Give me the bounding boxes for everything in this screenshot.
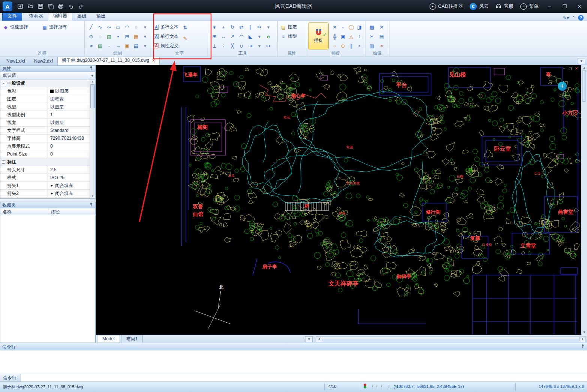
scroll-down-icon[interactable]: ▼ — [90, 195, 95, 198]
draw-order-icon[interactable] — [363, 383, 367, 389]
draw-point[interactable]: ▪ — [114, 32, 123, 41]
draw-dropdown[interactable]: ▾ — [141, 41, 150, 51]
tool-dropdown[interactable]: ▾ — [255, 32, 264, 41]
pin-icon[interactable] — [581, 344, 585, 350]
scroll-up-icon[interactable]: ▲ — [581, 66, 587, 69]
collapse-ribbon-icon[interactable]: ⌃ — [572, 15, 575, 21]
tool-dropdown[interactable]: ▾ — [264, 22, 273, 32]
chevron-down-icon[interactable]: ▼ — [89, 72, 95, 79]
draw-ellipse[interactable]: ⊙ — [87, 32, 96, 41]
property-value[interactable]: ►闭合填充 — [48, 182, 90, 189]
property-value[interactable]: 0 — [48, 142, 90, 150]
properties-preset-dropdown[interactable]: 默认值 ▼ — [0, 72, 96, 79]
property-value[interactable]: 以图层 — [48, 103, 90, 111]
tool-mirror[interactable]: ⇄ — [237, 22, 246, 32]
tool-array[interactable]: ⊞ — [210, 32, 219, 41]
edit-cut[interactable]: ✂ — [367, 32, 376, 41]
tool-join[interactable]: ∪ — [237, 41, 246, 51]
tool-stretch[interactable]: ↔ — [219, 32, 228, 41]
property-value[interactable]: 面积表 — [48, 95, 90, 103]
canvas-floating-tool-icon[interactable]: ✛ — [558, 82, 567, 91]
command-input[interactable] — [21, 374, 587, 382]
tool-dropdown[interactable]: ▾ — [255, 41, 264, 51]
snap-snap-node[interactable]: ▣ — [338, 32, 347, 41]
tool-explode[interactable]: ∗ — [210, 22, 219, 32]
property-value[interactable]: 0 — [48, 150, 90, 158]
canvas-horizontal-scrollbar[interactable]: ◄ ► — [316, 336, 586, 342]
snap-snap-center[interactable]: ◯ — [347, 22, 356, 32]
draw-freehand[interactable]: ≈ — [87, 41, 96, 51]
tool-move[interactable]: + — [219, 22, 228, 32]
draw-image[interactable]: ▦ — [132, 32, 141, 41]
text-item-1[interactable]: A单行文本 — [153, 32, 179, 41]
tool-extend[interactable]: ⇥ — [246, 41, 255, 51]
snap-snap-extension[interactable]: ⊙ — [338, 41, 347, 51]
brand-button[interactable]: C风云 — [466, 0, 492, 13]
doc-tab-list-chevron-icon[interactable]: ▼ — [578, 58, 585, 64]
draw-revcloud[interactable]: ◌ — [96, 32, 105, 41]
edit-copy[interactable]: ▩ — [367, 22, 376, 32]
print-button[interactable] — [55, 1, 66, 11]
draw-line[interactable]: ╱ — [87, 22, 96, 32]
save-all-button[interactable] — [45, 1, 55, 11]
snap-snap-insert[interactable]: ▫ — [355, 41, 364, 51]
scroll-thumb[interactable] — [582, 70, 586, 102]
collapse-icon[interactable]: − — [2, 160, 5, 164]
tab-advanced[interactable]: 高级 — [72, 12, 91, 21]
property-value[interactable]: 7290.702148438 — [48, 135, 90, 142]
snap-snap-endpoint[interactable]: ✕ — [330, 22, 339, 32]
tool-divide[interactable]: ÷ — [219, 41, 228, 51]
draw-dot[interactable]: · — [105, 41, 114, 51]
help-icon[interactable]: ? — [578, 15, 584, 21]
new-button[interactable] — [15, 1, 25, 11]
layout-list-chevron-icon[interactable]: ▼ — [305, 336, 313, 342]
close-button[interactable]: ✕ — [572, 0, 587, 13]
scroll-thumb[interactable] — [322, 337, 580, 341]
props-item-1[interactable]: ≡线型 — [280, 32, 304, 41]
cad-drawing[interactable]: 飞瀑亭平台见山楼亭湖心亭小方厅梅阁卧云室双香仙馆桥修行阁燕誉堂复廊立雪堂扇子亭御… — [96, 65, 581, 335]
doc-tab-close-icon[interactable]: ✕ — [152, 58, 155, 63]
tool-fillet[interactable]: ◠ — [237, 32, 246, 41]
pin-icon[interactable] — [89, 202, 93, 208]
doc-tab-0[interactable]: New1.dxf — [2, 57, 30, 65]
scroll-down-icon[interactable]: ▼ — [581, 331, 587, 334]
customize-pencil-icon[interactable]: ✎▾ — [563, 15, 569, 21]
scroll-left-icon[interactable]: ◄ — [317, 337, 320, 341]
converter-button[interactable]: ●CAD转换器 — [426, 0, 466, 13]
text-item-0[interactable]: A多行文本 — [153, 22, 179, 32]
edit-erase[interactable]: × — [377, 41, 386, 51]
draw-rectangle[interactable]: ▭ — [114, 22, 123, 32]
undo-button[interactable] — [66, 1, 76, 11]
redo-button[interactable] — [76, 1, 86, 11]
minimize-button[interactable]: ─ — [542, 0, 557, 13]
select-item-0[interactable]: ◆快速选择 — [2, 22, 41, 32]
tool-measure[interactable]: ⌀ — [264, 32, 273, 41]
edit-paste[interactable]: ▤ — [377, 32, 386, 41]
canvas-vertical-scrollbar[interactable]: ▲ ▼ — [581, 65, 587, 335]
snap-toggle-button[interactable]: ✓ 捕捉 — [308, 22, 329, 49]
snap-snap-intersection[interactable]: ╬ — [330, 32, 339, 41]
snap-snap-parallel[interactable]: ∥ — [347, 41, 356, 51]
draw-hatch[interactable]: ▨ — [105, 32, 114, 41]
layout-tab-0[interactable]: Model — [97, 335, 120, 343]
maximize-button[interactable]: ❐ — [557, 0, 572, 13]
draw-circle[interactable]: ○ — [132, 22, 141, 32]
draw-spline[interactable]: ∾ — [105, 22, 114, 32]
doc-restore-icon[interactable]: ▢ — [568, 66, 572, 70]
text-tool-align-text[interactable]: ⇅ — [181, 24, 189, 31]
tab-viewer[interactable]: 查看器 — [24, 12, 48, 21]
menu-button[interactable]: ≡菜单 — [517, 0, 542, 13]
edit-copy-props[interactable]: ▥ — [367, 41, 376, 51]
tool-trim[interactable]: ✂ — [255, 22, 264, 32]
property-value[interactable]: 以图层 — [48, 119, 90, 126]
property-value[interactable]: 以图层 — [48, 87, 90, 95]
property-value[interactable]: 2.5 — [48, 166, 90, 174]
tab-output[interactable]: 输出 — [91, 12, 111, 21]
text-item-2[interactable]: A属性定义 — [153, 41, 179, 51]
draw-ray[interactable]: → — [114, 41, 123, 51]
scroll-right-icon[interactable]: ► — [581, 337, 584, 341]
draw-arc[interactable]: ◠ — [123, 22, 132, 32]
tool-lengthen[interactable]: ↦ — [264, 41, 273, 51]
ortho-toggle-icon[interactable]: ⊥ — [387, 384, 391, 389]
scroll-up-icon[interactable]: ▲ — [90, 80, 95, 83]
